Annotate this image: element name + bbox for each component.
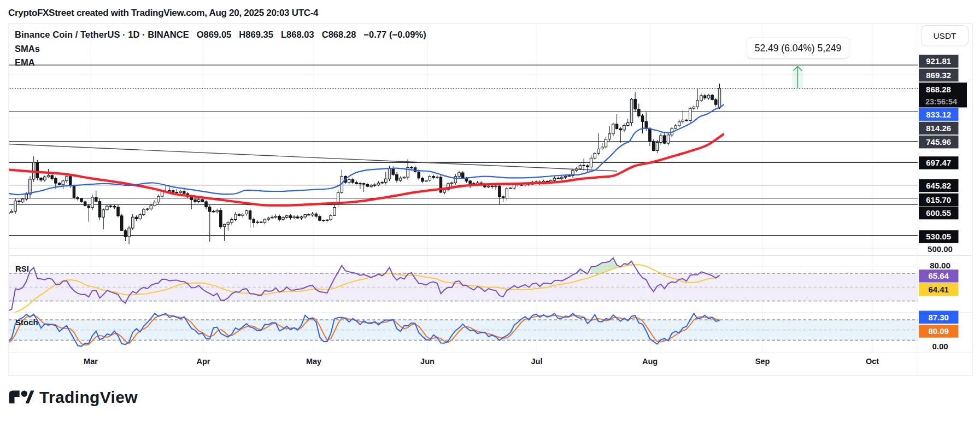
svg-text:921.81: 921.81	[926, 56, 951, 66]
svg-text:615.70: 615.70	[926, 195, 951, 204]
svg-text:65.64: 65.64	[928, 271, 949, 280]
svg-text:833.12: 833.12	[926, 110, 951, 119]
svg-text:52.49 (6.04%) 5,249: 52.49 (6.04%) 5,249	[755, 43, 842, 54]
svg-text:CryptoFXStreet created with Tr: CryptoFXStreet created with TradingView.…	[8, 8, 319, 18]
svg-text:Sep: Sep	[755, 357, 770, 366]
svg-text:TradingView: TradingView	[39, 388, 138, 406]
svg-text:814.26: 814.26	[926, 124, 951, 133]
svg-text:Stoch: Stoch	[15, 318, 38, 327]
svg-text:500.00: 500.00	[928, 244, 953, 254]
svg-text:868.28: 868.28	[926, 85, 951, 94]
svg-text:64.41: 64.41	[928, 285, 949, 294]
svg-text:600.55: 600.55	[926, 208, 951, 218]
svg-text:0.00: 0.00	[932, 342, 948, 351]
svg-text:80.00: 80.00	[930, 261, 950, 270]
svg-text:USDT: USDT	[933, 31, 956, 40]
svg-text:530.05: 530.05	[926, 232, 951, 241]
svg-text:Apr: Apr	[197, 357, 210, 366]
svg-text:869.32: 869.32	[926, 71, 951, 80]
svg-text:May: May	[306, 357, 321, 366]
svg-text:Mar: Mar	[84, 357, 98, 366]
svg-text:Binance Coin / TetherUS · 1D ·: Binance Coin / TetherUS · 1D · BINANCE O…	[15, 30, 426, 39]
svg-text:EMA: EMA	[15, 57, 35, 67]
svg-text:697.47: 697.47	[926, 158, 951, 167]
svg-text:Aug: Aug	[642, 357, 658, 366]
svg-text:SMAs: SMAs	[15, 44, 40, 54]
svg-text:645.82: 645.82	[926, 181, 951, 190]
svg-text:80.09: 80.09	[928, 326, 949, 336]
svg-text:Jun: Jun	[420, 357, 435, 366]
svg-text:745.96: 745.96	[926, 137, 951, 146]
svg-text:Oct: Oct	[866, 357, 879, 366]
svg-text:Jul: Jul	[531, 357, 543, 366]
svg-text:RSI: RSI	[15, 264, 29, 273]
svg-text:87.30: 87.30	[928, 313, 949, 322]
svg-text:23:56:54: 23:56:54	[925, 97, 957, 106]
